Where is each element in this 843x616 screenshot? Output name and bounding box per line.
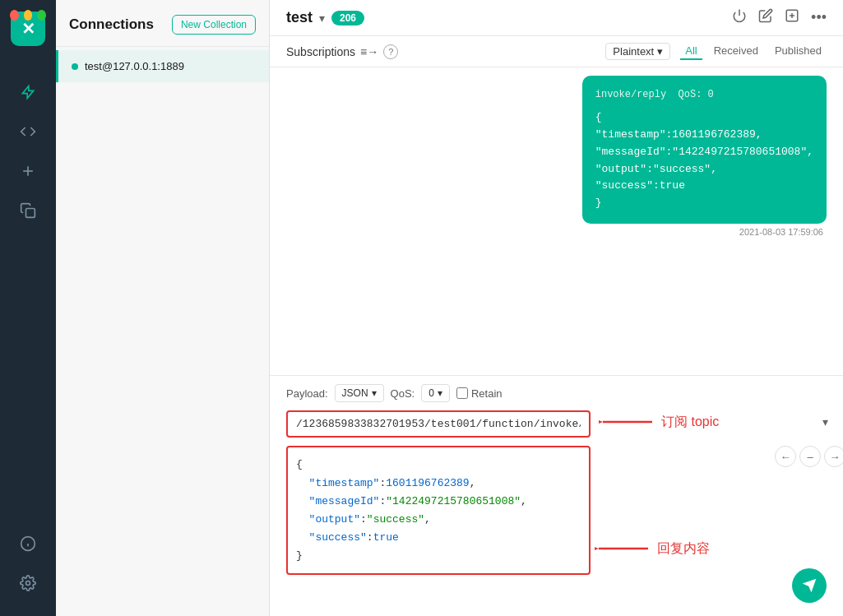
minimize-button[interactable] (24, 10, 33, 21)
subscriptions-list-icon: ≡→ (360, 45, 378, 58)
plaintext-dropdown[interactable]: Plaintext ▾ (605, 43, 670, 60)
topic-arrow-icon (599, 412, 656, 432)
new-collection-button[interactable]: New Collection (172, 15, 256, 35)
nav-buttons: ← – → (775, 446, 843, 467)
json-line-ts: "timestamp":1601196762389, (296, 475, 581, 493)
json-line-out: "output":"success", (296, 511, 581, 529)
input-area: Payload: JSON ▾ QoS: 0 ▾ Retain (270, 375, 843, 616)
qos-value: 0 (428, 387, 434, 399)
message-topic: invoke/reply QoS: 0 (595, 87, 813, 103)
retain-label: Retain (471, 387, 503, 400)
topic-input-container: 订阅 topic ▾ (286, 410, 591, 438)
json-editor-container: ← – → { "timestamp":1601196762389, "mess… (286, 446, 591, 575)
main-content: test ▾ 206 ••• Subscriptions ≡→ ? Plaint (270, 0, 843, 616)
filter-tab-all[interactable]: All (680, 43, 702, 60)
help-icon[interactable]: ? (383, 44, 398, 59)
sidebar-item-scripts[interactable] (12, 115, 44, 148)
reply-arrow-icon (595, 539, 652, 558)
sidebar-bottom (12, 527, 44, 600)
payload-format-select[interactable]: JSON ▾ (335, 384, 384, 402)
qos-label: QoS: (391, 387, 415, 400)
reply-annotation: 回复内容 (595, 539, 710, 558)
received-message-bubble: invoke/reply QoS: 0 { "timestamp":160119… (582, 76, 827, 224)
reply-annotation-text: 回复内容 (657, 540, 710, 558)
json-line-close: } (296, 547, 581, 565)
connection-label: test@127.0.0.1:1889 (85, 60, 184, 72)
filter-tab-received[interactable]: Received (709, 43, 763, 60)
sidebar-item-copy[interactable] (12, 194, 44, 227)
payload-row: Payload: JSON ▾ QoS: 0 ▾ Retain (286, 384, 827, 402)
payload-label: Payload: (286, 387, 328, 400)
retain-checkbox-group: Retain (456, 387, 503, 400)
topic-annotation: 订阅 topic ▾ (599, 412, 828, 432)
maximize-button[interactable] (37, 10, 46, 21)
close-button[interactable] (10, 10, 19, 21)
send-button[interactable] (792, 568, 827, 603)
payload-format-value: JSON (342, 387, 368, 399)
payload-chevron-icon: ▾ (372, 387, 377, 399)
sub-toolbar-left: Subscriptions ≡→ ? (286, 44, 398, 59)
topic-input[interactable] (286, 410, 591, 438)
json-editor[interactable]: { "timestamp":1601196762389, "messageId"… (286, 446, 591, 575)
message-timestamp: 2021-08-03 17:59:06 (739, 227, 827, 237)
svg-rect-2 (26, 209, 35, 218)
filter-tabs: All Received Published (680, 43, 827, 60)
message-body: { "timestamp":1601196762389, "messageId"… (595, 109, 813, 212)
retain-checkbox[interactable] (456, 387, 468, 399)
json-line-open: { (296, 456, 581, 474)
sidebar-item-add[interactable] (12, 155, 44, 188)
sidebar-item-connections[interactable] (12, 76, 44, 109)
qos-select[interactable]: 0 ▾ (421, 384, 450, 402)
messages-area[interactable]: invoke/reply QoS: 0 { "timestamp":160119… (270, 67, 843, 375)
nav-minus-button[interactable]: – (799, 446, 821, 467)
add-tab-icon[interactable] (785, 8, 799, 27)
connection-item[interactable]: test@127.0.0.1:1889 (56, 50, 269, 82)
edit-icon[interactable] (758, 8, 773, 27)
sidebar-item-info[interactable] (12, 527, 44, 560)
sidebar: ✕ (0, 0, 56, 616)
more-icon[interactable]: ••• (811, 9, 827, 26)
connections-panel: Connections New Collection test@127.0.0.… (56, 0, 270, 616)
topic-annotation-text: 订阅 topic (661, 414, 719, 431)
json-line-mid: "messageId":"1422497215780651008", (296, 493, 581, 511)
nav-back-button[interactable]: ← (775, 446, 796, 467)
sidebar-item-settings[interactable] (12, 567, 44, 600)
chevron-down-icon: ▾ (319, 12, 325, 25)
filter-tab-published[interactable]: Published (770, 43, 827, 60)
json-line-suc: "success":true (296, 529, 581, 547)
topbar-right: ••• (732, 8, 827, 27)
connections-title: Connections (69, 16, 154, 33)
connection-title: test (286, 9, 313, 26)
plaintext-chevron-icon: ▾ (657, 45, 663, 58)
sub-toolbar: Subscriptions ≡→ ? Plaintext ▾ All Recei… (270, 36, 843, 67)
connection-status-dot (72, 63, 78, 70)
sidebar-nav (12, 76, 44, 527)
nav-forward-button[interactable]: → (824, 446, 843, 467)
topbar: test ▾ 206 ••• (270, 0, 843, 36)
topic-dropdown-chevron[interactable]: ▾ (822, 415, 828, 428)
message-count-badge: 206 (331, 11, 364, 25)
subscriptions-label: Subscriptions (286, 45, 355, 58)
power-icon[interactable] (732, 8, 747, 27)
qos-chevron-icon: ▾ (438, 387, 442, 399)
svg-point-6 (26, 581, 30, 586)
topbar-left: test ▾ 206 (286, 9, 364, 26)
plaintext-label: Plaintext (613, 45, 654, 58)
connections-header: Connections New Collection (56, 0, 269, 47)
